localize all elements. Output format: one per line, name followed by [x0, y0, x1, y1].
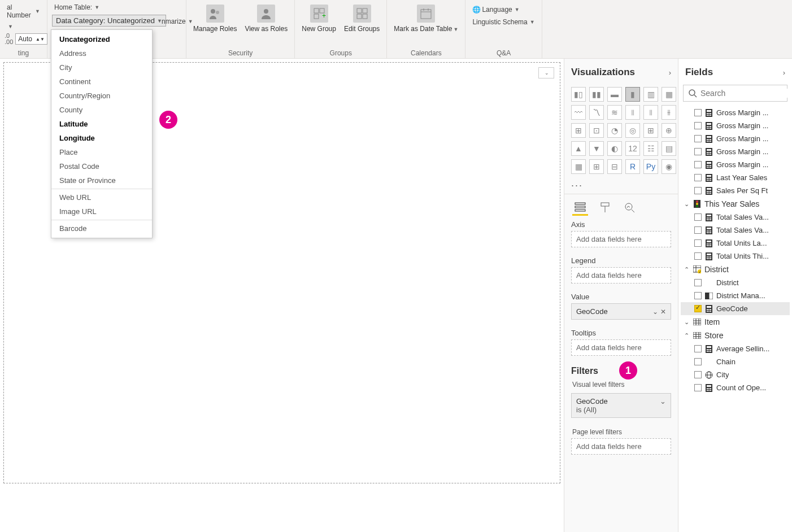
field-checkbox[interactable]	[694, 135, 702, 142]
viz-type-icon[interactable]: ≋	[607, 105, 622, 120]
field-item[interactable]: Gross Margin ...	[681, 145, 790, 158]
chevron-right-icon[interactable]: ›	[783, 68, 785, 77]
viz-type-icon[interactable]: ⊡	[589, 123, 604, 138]
data-category-option[interactable]: County	[51, 103, 152, 117]
field-item[interactable]: Total Units La...	[681, 237, 790, 250]
field-checkbox[interactable]	[694, 292, 702, 299]
field-checkbox[interactable]	[694, 226, 702, 234]
viz-type-icon[interactable]: Py	[643, 159, 658, 174]
table-header[interactable]: ⌄Item	[681, 315, 790, 329]
field-checkbox[interactable]	[694, 187, 702, 194]
field-checkbox[interactable]	[694, 161, 702, 168]
viz-type-icon[interactable]: ▥	[643, 87, 658, 102]
home-table-dropdown[interactable]: Home Table:▼	[52, 2, 102, 12]
field-checkbox[interactable]	[694, 252, 702, 260]
fields-search[interactable]	[683, 85, 787, 102]
data-category-option[interactable]: City	[51, 60, 152, 75]
field-checkbox[interactable]	[694, 213, 702, 221]
viz-type-icon[interactable]: ▮▯	[571, 87, 586, 102]
table-header[interactable]: ⌃✓District	[681, 263, 790, 276]
data-category-option[interactable]: Place	[51, 145, 152, 159]
field-checkbox[interactable]	[694, 122, 702, 129]
viz-type-icon[interactable]: ⫵	[662, 105, 676, 120]
viz-type-icon[interactable]: 12	[625, 141, 640, 156]
field-item[interactable]: Sales Per Sq Ft	[681, 184, 790, 197]
chevron-down-icon[interactable]: ⌄	[660, 397, 666, 405]
field-checkbox[interactable]	[694, 358, 702, 365]
viz-type-icon[interactable]: ▦	[662, 87, 676, 102]
field-item[interactable]: Gross Margin ...	[681, 132, 790, 145]
viz-type-icon[interactable]: ▼	[589, 141, 604, 156]
field-checkbox[interactable]	[694, 174, 702, 181]
legend-drop[interactable]: Add data fields here	[571, 267, 671, 284]
viz-type-icon[interactable]: ◔	[607, 123, 622, 138]
format-tab[interactable]	[597, 200, 613, 216]
field-item[interactable]: Total Sales Va...	[681, 211, 790, 224]
field-item[interactable]: Gross Margin ...	[681, 119, 790, 132]
data-category-option[interactable]: Country/Region	[51, 89, 152, 103]
page-filters-drop[interactable]: Add data fields here	[571, 438, 671, 455]
field-checkbox[interactable]	[694, 345, 702, 352]
data-category-option[interactable]: Latitude	[51, 117, 152, 131]
field-checkbox[interactable]	[694, 239, 702, 247]
field-checkbox[interactable]	[694, 279, 702, 286]
table-header[interactable]: ⌃Store	[681, 329, 790, 342]
field-checkbox[interactable]	[694, 148, 702, 155]
viz-type-icon[interactable]: 〰	[571, 105, 586, 120]
visual-options-dropdown[interactable]: ⌄	[538, 67, 554, 79]
data-category-option[interactable]: Web URL	[51, 190, 152, 204]
field-item[interactable]: GeoCode	[681, 302, 790, 315]
language-dropdown[interactable]: 🌐 Language▼	[470, 5, 521, 15]
mark-as-date-button[interactable]: Mark as Date Table▼	[391, 2, 460, 35]
linguistic-schema-dropdown[interactable]: Linguistic Schema▼	[470, 17, 537, 27]
viz-type-icon[interactable]: ◐	[607, 141, 622, 156]
viz-type-icon[interactable]: ◉	[662, 159, 676, 174]
field-item[interactable]: Total Units Thi...	[681, 250, 790, 263]
viz-type-icon[interactable]: R	[625, 159, 640, 174]
view-as-roles-button[interactable]: View as Roles	[242, 2, 290, 35]
field-item[interactable]: Gross Margin ...	[681, 106, 790, 119]
viz-type-icon[interactable]: ⊞	[571, 123, 586, 138]
viz-type-icon[interactable]: ⊕	[662, 123, 676, 138]
field-item[interactable]: Last Year Sales	[681, 171, 790, 184]
data-category-option[interactable]: Uncategorized	[51, 32, 152, 46]
edit-groups-button[interactable]: Edit Groups	[342, 2, 382, 35]
viz-type-icon[interactable]: ▮	[625, 87, 640, 102]
data-category-option[interactable]: Longitude	[51, 131, 152, 145]
fields-tab[interactable]	[572, 200, 588, 216]
analytics-tab[interactable]	[622, 200, 638, 216]
field-item[interactable]: District Mana...	[681, 289, 790, 302]
viz-type-icon[interactable]: ▦	[571, 159, 586, 174]
new-group-button[interactable]: + New Group	[299, 2, 338, 35]
field-item[interactable]: Chain	[681, 355, 790, 368]
viz-type-icon[interactable]: 〽	[589, 105, 604, 120]
field-item[interactable]: Gross Margin ...	[681, 158, 790, 171]
viz-type-icon[interactable]: ◎	[625, 123, 640, 138]
field-checkbox[interactable]	[694, 305, 702, 312]
viz-type-icon[interactable]: ⫴	[625, 105, 640, 120]
viz-type-icon[interactable]: ▮▮	[589, 87, 604, 102]
viz-type-icon[interactable]: ▤	[662, 141, 676, 156]
format-dropdown[interactable]: ▼	[5, 23, 15, 30]
viz-type-icon[interactable]: ⊟	[607, 159, 622, 174]
field-item[interactable]: City	[681, 368, 790, 381]
filter-card-geocode[interactable]: GeoCode ⌄ is (All)	[571, 393, 671, 418]
al-number-dropdown[interactable]: al Number▼	[5, 2, 42, 20]
value-field-chevron[interactable]: ⌄	[652, 308, 658, 316]
manage-roles-button[interactable]: Manage Roles	[191, 2, 239, 35]
search-input[interactable]	[700, 89, 792, 98]
data-category-option[interactable]: Continent	[51, 75, 152, 89]
data-category-option[interactable]: Postal Code	[51, 159, 152, 173]
field-checkbox[interactable]	[694, 371, 702, 378]
viz-type-icon[interactable]: ☷	[643, 141, 658, 156]
field-item[interactable]: Total Sales Va...	[681, 224, 790, 237]
field-checkbox[interactable]	[694, 384, 702, 391]
summarize-dropdown[interactable]: nmarize▼	[159, 16, 195, 27]
data-category-option[interactable]: Image URL	[51, 204, 152, 219]
field-item[interactable]: Average Sellin...	[681, 342, 790, 355]
viz-type-icon[interactable]: ▲	[571, 141, 586, 156]
data-category-option[interactable]: Barcode	[51, 221, 152, 236]
field-checkbox[interactable]	[694, 109, 702, 116]
chevron-right-icon[interactable]: ›	[669, 68, 671, 77]
field-item[interactable]: Count of Ope...	[681, 381, 790, 394]
